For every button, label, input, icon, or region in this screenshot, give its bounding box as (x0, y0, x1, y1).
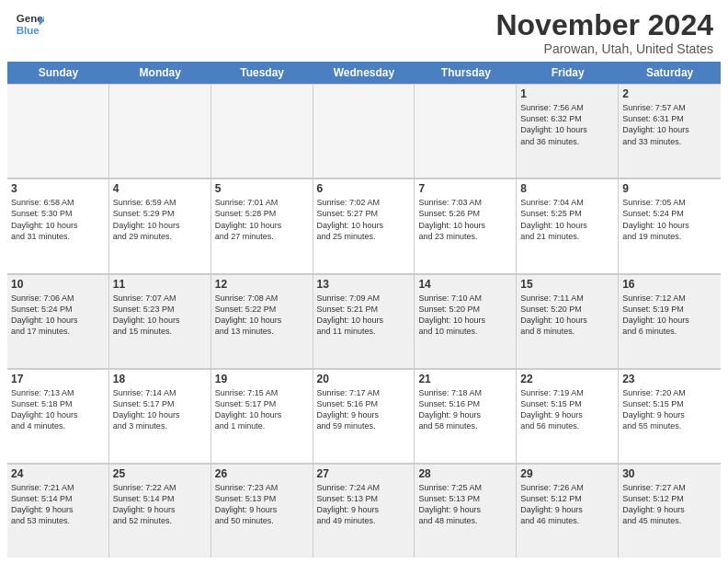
calendar-cell (415, 85, 517, 178)
day-number: 28 (418, 467, 512, 480)
calendar-cell: 23Sunrise: 7:20 AM Sunset: 5:15 PM Dayli… (619, 370, 721, 463)
day-info: Sunrise: 7:26 AM Sunset: 5:12 PM Dayligh… (520, 482, 614, 527)
day-number: 8 (520, 182, 614, 195)
day-info: Sunrise: 7:11 AM Sunset: 5:20 PM Dayligh… (520, 293, 614, 338)
calendar-row: 1Sunrise: 7:56 AM Sunset: 6:32 PM Daylig… (7, 84, 721, 178)
calendar-row: 10Sunrise: 7:06 AM Sunset: 5:24 PM Dayli… (7, 274, 721, 369)
calendar-cell: 16Sunrise: 7:12 AM Sunset: 5:19 PM Dayli… (619, 275, 721, 368)
calendar-cell: 4Sunrise: 6:59 AM Sunset: 5:29 PM Daylig… (109, 179, 211, 272)
location: Parowan, Utah, United States (495, 41, 713, 56)
day-of-week-header: Friday (517, 62, 619, 84)
day-number: 25 (113, 467, 207, 480)
day-number: 3 (11, 182, 105, 195)
calendar-cell: 5Sunrise: 7:01 AM Sunset: 5:28 PM Daylig… (211, 179, 313, 272)
day-info: Sunrise: 7:03 AM Sunset: 5:26 PM Dayligh… (418, 197, 512, 242)
day-info: Sunrise: 7:22 AM Sunset: 5:14 PM Dayligh… (113, 482, 207, 527)
calendar-cell: 9Sunrise: 7:05 AM Sunset: 5:24 PM Daylig… (619, 179, 721, 272)
day-info: Sunrise: 7:07 AM Sunset: 5:23 PM Dayligh… (113, 293, 207, 338)
calendar-cell: 26Sunrise: 7:23 AM Sunset: 5:13 PM Dayli… (211, 465, 313, 557)
day-of-week-header: Wednesday (313, 62, 415, 84)
calendar-cell: 8Sunrise: 7:04 AM Sunset: 5:25 PM Daylig… (517, 179, 619, 272)
day-number: 21 (418, 373, 512, 385)
day-number: 5 (215, 182, 309, 195)
day-info: Sunrise: 7:25 AM Sunset: 5:13 PM Dayligh… (418, 482, 512, 527)
day-number: 20 (317, 373, 411, 385)
day-number: 23 (622, 373, 717, 385)
calendar: SundayMondayTuesdayWednesdayThursdayFrid… (0, 62, 728, 563)
header: General Blue November 2024 Parowan, Utah… (0, 0, 728, 62)
calendar-cell: 22Sunrise: 7:19 AM Sunset: 5:15 PM Dayli… (517, 370, 619, 463)
day-info: Sunrise: 7:01 AM Sunset: 5:28 PM Dayligh… (215, 197, 309, 242)
calendar-body: 1Sunrise: 7:56 AM Sunset: 6:32 PM Daylig… (7, 84, 721, 557)
day-info: Sunrise: 7:02 AM Sunset: 5:27 PM Dayligh… (317, 197, 411, 242)
day-of-week-header: Monday (109, 62, 211, 84)
calendar-cell: 15Sunrise: 7:11 AM Sunset: 5:20 PM Dayli… (517, 275, 619, 368)
day-of-week-header: Thursday (415, 62, 517, 84)
calendar-cell: 6Sunrise: 7:02 AM Sunset: 5:27 PM Daylig… (313, 179, 415, 272)
day-number: 16 (622, 278, 717, 291)
day-number: 1 (520, 87, 614, 100)
day-number: 19 (215, 373, 309, 385)
svg-text:Blue: Blue (17, 25, 40, 36)
calendar-cell: 10Sunrise: 7:06 AM Sunset: 5:24 PM Dayli… (7, 275, 109, 368)
day-info: Sunrise: 7:08 AM Sunset: 5:22 PM Dayligh… (215, 293, 309, 338)
day-number: 14 (418, 278, 512, 291)
day-of-week-header: Tuesday (211, 62, 313, 84)
day-info: Sunrise: 7:21 AM Sunset: 5:14 PM Dayligh… (11, 482, 105, 527)
calendar-cell: 17Sunrise: 7:13 AM Sunset: 5:18 PM Dayli… (7, 370, 109, 463)
day-info: Sunrise: 7:10 AM Sunset: 5:20 PM Dayligh… (418, 293, 512, 338)
logo: General Blue (15, 9, 44, 39)
calendar-row: 24Sunrise: 7:21 AM Sunset: 5:14 PM Dayli… (7, 464, 721, 557)
day-number: 29 (520, 467, 614, 480)
calendar-cell: 12Sunrise: 7:08 AM Sunset: 5:22 PM Dayli… (211, 275, 313, 368)
page-container: General Blue November 2024 Parowan, Utah… (0, 0, 728, 563)
calendar-cell: 2Sunrise: 7:57 AM Sunset: 6:31 PM Daylig… (619, 85, 721, 178)
day-number: 7 (418, 182, 512, 195)
calendar-cell: 18Sunrise: 7:14 AM Sunset: 5:17 PM Dayli… (109, 370, 211, 463)
day-info: Sunrise: 7:12 AM Sunset: 5:19 PM Dayligh… (622, 293, 717, 338)
day-number: 24 (11, 467, 105, 480)
day-info: Sunrise: 7:17 AM Sunset: 5:16 PM Dayligh… (317, 387, 411, 432)
day-info: Sunrise: 7:06 AM Sunset: 5:24 PM Dayligh… (11, 293, 105, 338)
day-info: Sunrise: 7:57 AM Sunset: 6:31 PM Dayligh… (622, 102, 717, 147)
day-info: Sunrise: 7:15 AM Sunset: 5:17 PM Dayligh… (215, 387, 309, 432)
day-number: 4 (113, 182, 207, 195)
calendar-cell: 21Sunrise: 7:18 AM Sunset: 5:16 PM Dayli… (415, 370, 517, 463)
calendar-cell: 30Sunrise: 7:27 AM Sunset: 5:12 PM Dayli… (619, 465, 721, 557)
calendar-header: SundayMondayTuesdayWednesdayThursdayFrid… (7, 62, 721, 84)
day-number: 15 (520, 278, 614, 291)
calendar-cell (313, 85, 415, 178)
day-info: Sunrise: 7:04 AM Sunset: 5:25 PM Dayligh… (520, 197, 614, 242)
calendar-cell: 28Sunrise: 7:25 AM Sunset: 5:13 PM Dayli… (415, 465, 517, 557)
day-of-week-header: Sunday (7, 62, 109, 84)
calendar-cell: 1Sunrise: 7:56 AM Sunset: 6:32 PM Daylig… (517, 85, 619, 178)
calendar-cell: 20Sunrise: 7:17 AM Sunset: 5:16 PM Dayli… (313, 370, 415, 463)
day-number: 13 (317, 278, 411, 291)
logo-icon: General Blue (15, 9, 44, 39)
day-info: Sunrise: 7:09 AM Sunset: 5:21 PM Dayligh… (317, 293, 411, 338)
day-info: Sunrise: 7:13 AM Sunset: 5:18 PM Dayligh… (11, 387, 105, 432)
day-info: Sunrise: 7:05 AM Sunset: 5:24 PM Dayligh… (622, 197, 717, 242)
day-number: 12 (215, 278, 309, 291)
calendar-cell (211, 85, 313, 178)
day-info: Sunrise: 7:19 AM Sunset: 5:15 PM Dayligh… (520, 387, 614, 432)
day-info: Sunrise: 7:20 AM Sunset: 5:15 PM Dayligh… (622, 387, 717, 432)
day-number: 26 (215, 467, 309, 480)
calendar-row: 3Sunrise: 6:58 AM Sunset: 5:30 PM Daylig… (7, 178, 721, 273)
calendar-cell: 25Sunrise: 7:22 AM Sunset: 5:14 PM Dayli… (109, 465, 211, 557)
day-of-week-header: Saturday (619, 62, 721, 84)
day-info: Sunrise: 7:14 AM Sunset: 5:17 PM Dayligh… (113, 387, 207, 432)
calendar-cell: 13Sunrise: 7:09 AM Sunset: 5:21 PM Dayli… (313, 275, 415, 368)
day-number: 22 (520, 373, 614, 385)
day-info: Sunrise: 7:18 AM Sunset: 5:16 PM Dayligh… (418, 387, 512, 432)
calendar-cell: 7Sunrise: 7:03 AM Sunset: 5:26 PM Daylig… (415, 179, 517, 272)
day-number: 10 (11, 278, 105, 291)
calendar-cell: 11Sunrise: 7:07 AM Sunset: 5:23 PM Dayli… (109, 275, 211, 368)
day-number: 6 (317, 182, 411, 195)
calendar-cell: 14Sunrise: 7:10 AM Sunset: 5:20 PM Dayli… (415, 275, 517, 368)
calendar-cell (109, 85, 211, 178)
day-info: Sunrise: 6:59 AM Sunset: 5:29 PM Dayligh… (113, 197, 207, 242)
calendar-cell: 24Sunrise: 7:21 AM Sunset: 5:14 PM Dayli… (7, 465, 109, 557)
day-number: 30 (622, 467, 717, 480)
day-number: 11 (113, 278, 207, 291)
